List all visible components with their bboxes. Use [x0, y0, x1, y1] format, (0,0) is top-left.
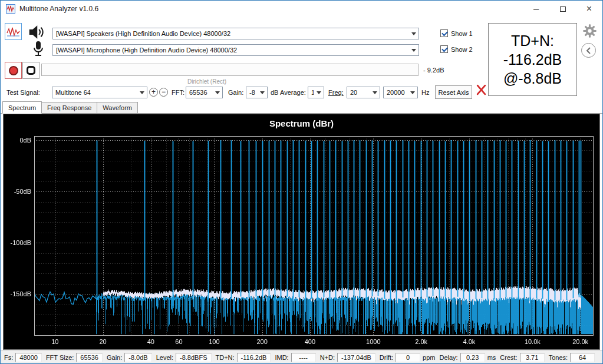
status-value: 65536: [76, 353, 103, 362]
tab-waveform[interactable]: Waveform: [97, 102, 138, 113]
show2-label: Show 2: [451, 46, 473, 53]
record-button[interactable]: [5, 62, 22, 79]
freq-label[interactable]: Freq:: [328, 89, 344, 96]
increase-button[interactable]: +: [149, 88, 158, 97]
fft-label: FFT:: [172, 89, 184, 96]
show2-checkbox[interactable]: Show 2: [440, 45, 473, 53]
input-device-select[interactable]: [WASAPI] Microphone (High Definition Aud…: [52, 44, 419, 56]
status-label: N+D:: [320, 354, 335, 361]
fft-size-value: 65536: [189, 89, 207, 96]
chevron-down-icon: [408, 28, 419, 39]
level-readout: - 9.2dB: [423, 67, 444, 74]
status-label: FFT Size:: [46, 354, 74, 361]
test-signal-label: Test Signal:: [6, 89, 40, 96]
clear-icon[interactable]: [476, 84, 487, 95]
output-device-select[interactable]: [WASAPI] Speakers (High Definition Audio…: [52, 28, 419, 39]
freq-min-select[interactable]: 20: [347, 87, 380, 98]
test-signal-value: Multitone 64: [55, 89, 91, 96]
maximize-icon: [560, 6, 566, 12]
app-window: Multitone Analyzer v1.0.6 ─ × [WASAPI] S…: [0, 0, 603, 364]
maximize-button[interactable]: [549, 1, 576, 17]
window-function-label: Dirichlet (Rect): [176, 78, 238, 85]
chevron-down-icon: [407, 87, 417, 98]
decrease-button[interactable]: −: [159, 88, 168, 97]
status-value: 3.71: [520, 353, 545, 362]
window-title: Multitone Analyzer v1.0.6: [19, 5, 98, 13]
chevron-down-icon: [314, 87, 324, 98]
average-label: Average:: [280, 89, 306, 96]
spectrum-canvas[interactable]: [4, 114, 599, 349]
analyzer-mode-button[interactable]: [5, 23, 22, 40]
gear-icon[interactable]: [582, 23, 598, 39]
freq-unit-label: Hz: [421, 89, 429, 96]
status-value: 0.23: [460, 353, 485, 362]
stop-icon: [27, 66, 35, 75]
test-signal-select[interactable]: Multitone 64: [52, 87, 147, 98]
tab-freq-response[interactable]: Freq Response: [41, 102, 97, 113]
chevron-left-icon: [586, 47, 592, 54]
collapse-panel-button[interactable]: [581, 43, 596, 58]
gain-label: Gain:: [228, 89, 243, 96]
status-label: Fs:: [4, 354, 13, 361]
tab-bar: Spectrum Freq Response Waveform: [1, 101, 602, 114]
status-value: 48000: [15, 353, 42, 362]
tab-spectrum[interactable]: Spectrum: [2, 101, 42, 114]
status-label: Drift:: [380, 354, 393, 361]
show1-label: Show 1: [451, 30, 473, 37]
microphone-icon: [33, 41, 44, 57]
status-bar: Fs:48000FFT Size:65536Gain:-8.0dBLevel:-…: [1, 350, 602, 363]
waveform-icon: [6, 26, 20, 38]
status-value: 64: [570, 353, 595, 362]
stop-button[interactable]: [22, 62, 39, 79]
minimize-button[interactable]: ─: [523, 1, 549, 17]
status-label: IMD:: [275, 354, 288, 361]
title-bar: Multitone Analyzer v1.0.6 ─ ×: [1, 1, 602, 17]
window-controls: ─ ×: [523, 1, 602, 17]
status-label: Crest:: [500, 354, 517, 361]
gain-select[interactable]: -8: [246, 87, 268, 98]
status-label: Delay:: [439, 354, 457, 361]
tdn-readout: TD+N: -116.2dB @-8.8dB: [488, 23, 577, 96]
show1-checkbox[interactable]: Show 1: [440, 29, 473, 37]
chevron-down-icon: [257, 87, 267, 98]
input-device-value: [WASAPI] Microphone (High Definition Aud…: [56, 47, 237, 54]
chevron-down-icon: [212, 87, 222, 98]
app-icon: [6, 4, 15, 14]
freq-max-select[interactable]: 20000: [383, 87, 418, 98]
level-meter: [41, 64, 419, 76]
status-value: -8.8dBFS: [176, 353, 211, 362]
output-device-value: [WASAPI] Speakers (High Definition Audio…: [56, 30, 230, 37]
status-value: 0: [396, 353, 420, 362]
fft-size-select[interactable]: 65536: [186, 87, 223, 98]
status-value: -116.2dB: [237, 353, 271, 362]
tdn-readout-value: -116.2dB: [503, 50, 562, 69]
reset-axis-button[interactable]: Reset Axis: [435, 85, 472, 99]
tdn-readout-title: TD+N:: [511, 31, 554, 50]
gain-unit-label: dB: [271, 89, 278, 96]
chevron-down-icon: [370, 87, 380, 98]
speaker-icon: [28, 24, 44, 40]
chevron-down-icon: [408, 45, 419, 55]
freq-min-value: 20: [350, 89, 357, 96]
record-icon: [9, 66, 18, 75]
chart-title: Spectrum (dBr): [4, 118, 599, 128]
status-value: -8.0dB: [124, 353, 151, 362]
close-button[interactable]: ×: [576, 1, 602, 17]
chevron-down-icon: [137, 87, 147, 98]
freq-max-value: 20000: [387, 89, 405, 96]
chart-page: Spectrum (dBr): [1, 114, 602, 350]
check-icon: [440, 45, 448, 53]
status-unit: ms: [487, 354, 496, 361]
status-label: Gain:: [107, 354, 122, 361]
status-label: TD+N:: [216, 354, 235, 361]
average-select[interactable]: 1: [308, 87, 324, 98]
status-label: Level:: [156, 354, 173, 361]
check-icon: [440, 29, 448, 37]
status-unit: ppm: [423, 354, 435, 361]
tdn-readout-level: @-8.8dB: [503, 69, 562, 88]
gain-value: -8: [249, 89, 255, 96]
spectrum-chart: Spectrum (dBr): [3, 114, 600, 350]
status-value: -137.04dB: [337, 353, 375, 362]
toolbar: [WASAPI] Speakers (High Definition Audio…: [1, 17, 602, 101]
status-label: Tones:: [549, 354, 568, 361]
